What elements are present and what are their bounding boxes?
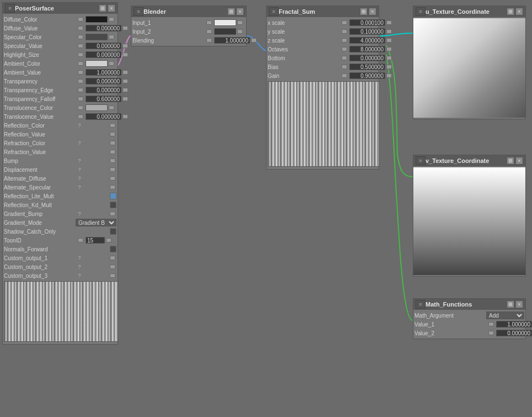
reflection-color-right-conn[interactable] [109,122,116,129]
ambient-color-swatch[interactable] [86,60,108,67]
diffuse-color-right-conn[interactable] [108,16,115,23]
alt-diffuse-help[interactable]: ? [76,175,83,182]
transparency-edge-input[interactable] [86,87,121,93]
diffuse-value-left-conn[interactable] [76,25,86,31]
highlight-size-left-conn[interactable] [76,51,86,58]
math-functions-header-btn2[interactable]: × [515,300,523,308]
y-scale-left-conn[interactable] [339,28,349,35]
specular-value-input[interactable] [86,43,121,49]
blending-left-conn[interactable] [204,37,214,44]
normals-forward-checkbox[interactable] [110,246,116,252]
displacement-right-conn[interactable] [109,166,116,173]
x-scale-left-conn[interactable] [339,19,349,26]
custom-output-2-help[interactable]: ? [76,263,83,270]
value1-left-conn[interactable] [486,321,496,328]
specular-color-swatch[interactable] [86,34,108,40]
transparency-right-conn[interactable] [121,78,129,85]
specular-color-right-conn[interactable] [108,34,115,40]
ambient-value-input[interactable] [86,69,121,76]
transparency-falloff-right-conn[interactable] [121,96,129,102]
translucence-value-left-conn[interactable] [76,113,86,120]
alt-diffuse-right-conn[interactable] [109,175,116,182]
custom-output-2-right-conn[interactable] [109,263,116,270]
u-texture-header-btn2[interactable]: × [515,8,523,15]
refraction-color-help[interactable]: ? [76,140,83,146]
diffuse-value-right-conn[interactable] [121,25,129,31]
diffuse-value-input[interactable] [86,25,121,31]
toon-id-right-conn[interactable] [105,237,113,244]
refraction-value-right-conn[interactable] [109,149,116,155]
blender-header-btn2[interactable]: × [236,8,244,15]
gain-input[interactable] [349,72,385,79]
input1-left-conn[interactable] [204,19,214,26]
diffuse-color-left-conn[interactable] [76,16,86,23]
u-texture-preview-icon[interactable]: ≡ [416,7,425,16]
bias-input[interactable] [349,64,385,70]
reflection-color-help[interactable]: ? [76,122,83,129]
translucence-color-left-conn[interactable] [76,104,86,111]
blender-header-btn1[interactable]: ⊞ [227,8,235,15]
poser-header-btn1[interactable]: ⊞ [99,4,107,12]
y-scale-right-conn[interactable] [385,28,393,35]
custom-output-3-right-conn[interactable] [109,272,116,279]
y-scale-input[interactable] [349,28,385,35]
v-texture-header-btn1[interactable]: ⊞ [507,157,514,165]
translucence-color-swatch[interactable] [86,104,108,111]
poser-preview-icon[interactable]: ≡ [5,4,15,13]
reflection-lite-mult-checkbox[interactable] [110,193,116,199]
fractal-sum-header-btn2[interactable]: × [369,8,376,15]
custom-output-3-help[interactable]: ? [76,272,83,279]
value1-input[interactable] [496,321,532,328]
gain-right-conn[interactable] [385,72,393,79]
bottom-right-conn[interactable] [385,55,393,61]
transparency-left-conn[interactable] [76,78,86,85]
bias-right-conn[interactable] [385,64,393,70]
blender-preview-icon[interactable]: ≡ [134,7,143,16]
bottom-input[interactable] [349,55,385,61]
input1-right-conn[interactable] [236,19,244,26]
input2-color-swatch[interactable] [214,28,236,35]
displacement-help[interactable]: ? [76,166,83,173]
gradient-bump-right-conn[interactable] [109,210,116,217]
fractal-preview-icon[interactable]: ≡ [269,7,279,16]
alt-specular-right-conn[interactable] [109,184,116,191]
math-argument-select[interactable]: Add [486,312,524,319]
z-scale-left-conn[interactable] [339,37,349,44]
transparency-edge-left-conn[interactable] [76,87,86,93]
z-scale-right-conn[interactable] [385,37,393,44]
custom-output-1-right-conn[interactable] [109,255,116,261]
octaves-right-conn[interactable] [385,46,393,52]
specular-value-left-conn[interactable] [76,43,86,49]
bias-left-conn[interactable] [339,64,349,70]
reflection-kd-mult-checkbox[interactable] [110,202,116,208]
transparency-falloff-left-conn[interactable] [76,96,86,102]
x-scale-right-conn[interactable] [385,19,393,26]
gain-left-conn[interactable] [339,72,349,79]
input1-color-swatch[interactable] [214,19,236,26]
ambient-color-left-conn[interactable] [76,60,86,67]
translucence-color-right-conn[interactable] [108,104,115,111]
reflection-value-right-conn[interactable] [109,131,116,138]
fractal-sum-header-btn1[interactable]: ⊞ [360,8,368,15]
transparency-input[interactable] [86,78,121,85]
highlight-size-input[interactable] [86,51,121,58]
bump-right-conn[interactable] [109,157,116,164]
z-scale-input[interactable] [349,37,385,44]
x-scale-input[interactable] [349,19,385,26]
transparency-falloff-input[interactable] [86,96,121,102]
math-functions-header-btn1[interactable]: ⊞ [507,300,514,308]
specular-color-left-conn[interactable] [76,34,86,40]
gradient-bump-help[interactable]: ? [76,210,83,217]
shadow-catch-checkbox[interactable] [110,228,116,235]
v-texture-header-btn2[interactable]: × [515,157,523,165]
octaves-left-conn[interactable] [339,46,349,52]
u-texture-header-btn1[interactable]: ⊞ [507,8,514,15]
highlight-size-right-conn[interactable] [121,51,129,58]
custom-output-1-help[interactable]: ? [76,255,83,261]
diffuse-color-swatch[interactable] [86,16,108,23]
translucence-value-input[interactable] [86,113,121,120]
blending-right-conn[interactable] [250,37,258,44]
input2-left-conn[interactable] [204,28,214,35]
refraction-color-right-conn[interactable] [109,140,116,146]
transparency-edge-right-conn[interactable] [121,87,129,93]
